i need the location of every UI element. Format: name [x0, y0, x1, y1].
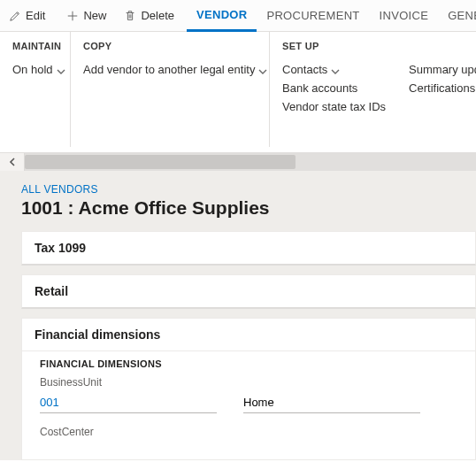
chevron-down-icon [331, 65, 340, 74]
fasttab-head-findim[interactable]: Financial dimensions [22, 319, 475, 351]
label-businessunit: BusinessUnit [40, 376, 457, 389]
edit-label: Edit [26, 9, 45, 22]
edit-button[interactable]: Edit [2, 4, 52, 28]
on-hold-button[interactable]: On hold [12, 60, 58, 79]
ribbon-group-copy: COPY Add vendor to another legal entity [71, 32, 270, 147]
ribbon-head-setup: SET UP [282, 41, 386, 51]
action-pane: Edit New Delete VENDOR PROCUREMENT INVOI… [0, 0, 476, 32]
trash-icon [124, 10, 136, 22]
certifications-button[interactable]: Certifications [409, 79, 476, 97]
tab-invoice[interactable]: INVOICE [370, 0, 439, 32]
fasttab-financial-dimensions: Financial dimensions FINANCIAL DIMENSION… [21, 318, 476, 460]
back-button[interactable] [0, 153, 25, 171]
scrollbar-thumb[interactable] [25, 155, 296, 169]
bank-accounts-button[interactable]: Bank accounts [282, 79, 386, 97]
setup-col-2: Summary upd Certifications [409, 41, 476, 145]
chevron-down-icon [258, 65, 267, 74]
contacts-button[interactable]: Contacts [282, 60, 386, 79]
businessunit-input[interactable] [40, 392, 217, 413]
add-vendor-legal-entity-button[interactable]: Add vendor to another legal entity [83, 60, 257, 79]
delete-label: Delete [141, 9, 174, 22]
fasttab-head-tax1099[interactable]: Tax 1099 [22, 232, 475, 264]
tab-general[interactable]: GENER [438, 0, 476, 32]
fasttab-body-findim: FINANCIAL DIMENSIONS BusinessUnit CostCe… [22, 351, 475, 459]
horizontal-scrollbar[interactable] [25, 153, 476, 171]
delete-button[interactable]: Delete [117, 4, 181, 28]
breadcrumb[interactable]: ALL VENDORS [0, 180, 476, 196]
nav-strip [0, 153, 476, 171]
chevron-down-icon [57, 65, 65, 74]
tab-procurement[interactable]: PROCUREMENT [257, 0, 369, 32]
new-button[interactable]: New [59, 4, 113, 28]
label-costcenter: CostCenter [40, 426, 457, 438]
ribbon-head-copy: COPY [83, 41, 257, 51]
page-title: 1001 : Acme Office Supplies [0, 196, 476, 231]
ribbon-head-maintain: MAINTAIN [12, 41, 58, 51]
new-label: New [83, 9, 106, 22]
setup-col-1: SET UP Contacts Bank accounts Vendor sta… [282, 41, 386, 145]
ribbon: MAINTAIN On hold COPY Add vendor to anot… [0, 32, 476, 153]
fasttab-tax1099: Tax 1099 [21, 231, 476, 266]
ribbon-group-maintain: MAINTAIN On hold [0, 32, 71, 147]
ribbon-group-setup: SET UP Contacts Bank accounts Vendor sta… [270, 32, 476, 147]
businessunit-desc-input[interactable] [243, 392, 420, 413]
summary-update-button[interactable]: Summary upd [409, 60, 476, 79]
row-businessunit [40, 392, 457, 413]
plus-icon [66, 10, 79, 22]
vendor-state-tax-ids-button[interactable]: Vendor state tax IDs [282, 97, 386, 116]
tab-vendor[interactable]: VENDOR [187, 0, 257, 32]
pencil-icon [9, 10, 21, 22]
form-body: ALL VENDORS 1001 : Acme Office Supplies … [0, 171, 476, 460]
fasttab-retail: Retail [21, 274, 476, 309]
chevron-left-icon [8, 158, 17, 166]
section-label-findim: FINANCIAL DIMENSIONS [40, 358, 457, 369]
fasttab-head-retail[interactable]: Retail [22, 275, 475, 307]
